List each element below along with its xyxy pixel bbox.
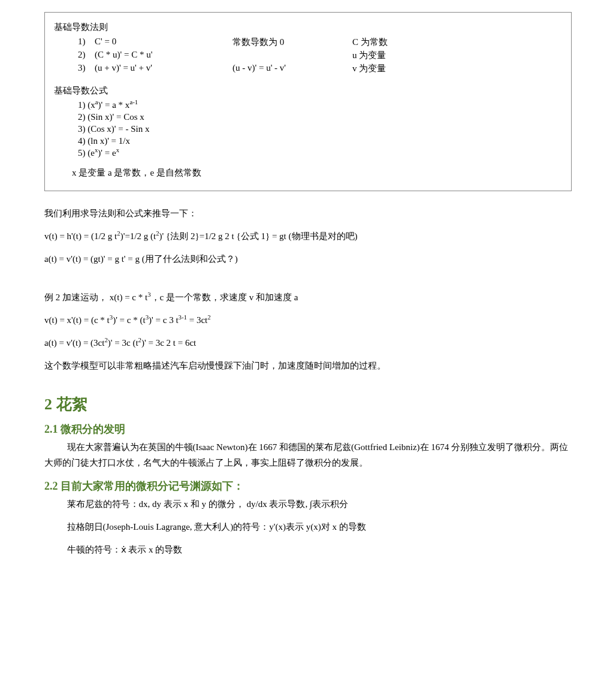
formula-expr: (xa)' = a * xa-1	[87, 100, 138, 110]
rules-box: 基础导数法则 1) C' = 0 常数导数为 0 C 为常数 2) (C * u…	[44, 12, 572, 191]
notation-list: 莱布尼兹的符号：dx, dy 表示 x 和 y 的微分， dy/dx 表示导数,…	[44, 497, 572, 557]
box-footer: x 是变量 a 是常数，e 是自然常数	[54, 167, 562, 179]
paragraph: 现在大家普遍认为在英国的牛顿(Isaac Newton)在 1667 和德国的莱…	[44, 440, 572, 470]
rule-expr: (u + v)' = u' + v'	[95, 63, 232, 74]
formula-expr: (Cos x)' = - Sin x	[87, 124, 149, 134]
paragraph-text: 现在大家普遍认为在英国的牛顿(Isaac Newton)在 1667 和德国的莱…	[44, 442, 568, 467]
box-title-2: 基础导数公式	[54, 85, 562, 96]
formula-number: 1)	[78, 100, 86, 110]
derivative-formulas-list: 1) (xa)' = a * xa-1 2) (Sin x)' = Cos x …	[54, 100, 562, 158]
formula-row: 4) (ln x)' = 1/x	[78, 136, 562, 146]
rule-row: 2) (C * u)' = C * u' u 为变量	[78, 50, 562, 61]
list-item: 牛顿的符号：ẋ 表示 x 的导数	[67, 542, 572, 557]
rule-note-left: (u - v)' = u' - v'	[232, 63, 352, 74]
formula-row: 2) (Sin x)' = Cos x	[78, 112, 562, 122]
formula-number: 5)	[78, 148, 86, 158]
formula-number: 2)	[78, 112, 86, 122]
formula-row: 1) (xa)' = a * xa-1	[78, 100, 562, 110]
section-heading-2: 2 花絮	[44, 394, 572, 415]
rule-expr: (C * u)' = C * u'	[95, 50, 232, 61]
formula-expr: (Sin x)' = Cos x	[87, 112, 144, 122]
rule-row: 1) C' = 0 常数导数为 0 C 为常数	[78, 37, 562, 48]
list-item: 拉格朗日(Joseph-Louis Lagrange, 意大利人)的符号：y'(…	[67, 520, 572, 534]
rule-note-left	[232, 50, 352, 61]
rule-row: 3) (u + v)' = u' + v' (u - v)' = u' - v'…	[78, 63, 562, 74]
rule-expr: C' = 0	[95, 37, 232, 48]
paragraph: v(t) = h'(t) = (1/2 g t2)'=1/2 g (t2)' {…	[44, 229, 572, 243]
rule-note-right: v 为变量	[352, 63, 386, 74]
list-item: 莱布尼兹的符号：dx, dy 表示 x 和 y 的微分， dy/dx 表示导数,…	[67, 497, 572, 511]
formula-number: 4)	[78, 136, 86, 146]
formula-row: 3) (Cos x)' = - Sin x	[78, 124, 562, 134]
rule-note-left: 常数导数为 0	[232, 37, 352, 48]
paragraph: v(t) = x'(t) = (c * t3)' = c * (t3)' = c…	[44, 313, 572, 327]
paragraph: a(t) = v'(t) = (3ct2)' = 3c (t2)' = 3c 2…	[44, 336, 572, 350]
paragraph: a(t) = v'(t) = (gt)' = g t' = g (用了什么法则和…	[44, 252, 572, 266]
rule-note-right: C 为常数	[352, 37, 388, 48]
rule-number: 2)	[78, 50, 95, 61]
paragraph: 我们利用求导法则和公式来推导一下：	[44, 206, 572, 221]
rule-number: 3)	[78, 63, 95, 74]
box-title-1: 基础导数法则	[54, 22, 562, 33]
formula-expr: (ex)' = ex	[87, 148, 119, 158]
subsection-heading-2-2: 2.2 目前大家常用的微积分记号渊源如下：	[44, 479, 572, 493]
rule-note-right: u 为变量	[352, 50, 386, 61]
formula-row: 5) (ex)' = ex	[78, 148, 562, 158]
paragraph: 这个数学模型可以非常粗略描述汽车启动慢慢踩下油门时，加速度随时间增加的过程。	[44, 358, 572, 373]
rule-number: 1)	[78, 37, 95, 48]
formula-expr: (ln x)' = 1/x	[87, 136, 130, 146]
subsection-heading-2-1: 2.1 微积分的发明	[44, 422, 572, 436]
paragraph: 例 2 加速运动， x(t) = c * t3，c 是一个常数，求速度 v 和加…	[44, 290, 572, 304]
derivative-rules-list: 1) C' = 0 常数导数为 0 C 为常数 2) (C * u)' = C …	[54, 37, 562, 74]
formula-number: 3)	[78, 124, 86, 134]
